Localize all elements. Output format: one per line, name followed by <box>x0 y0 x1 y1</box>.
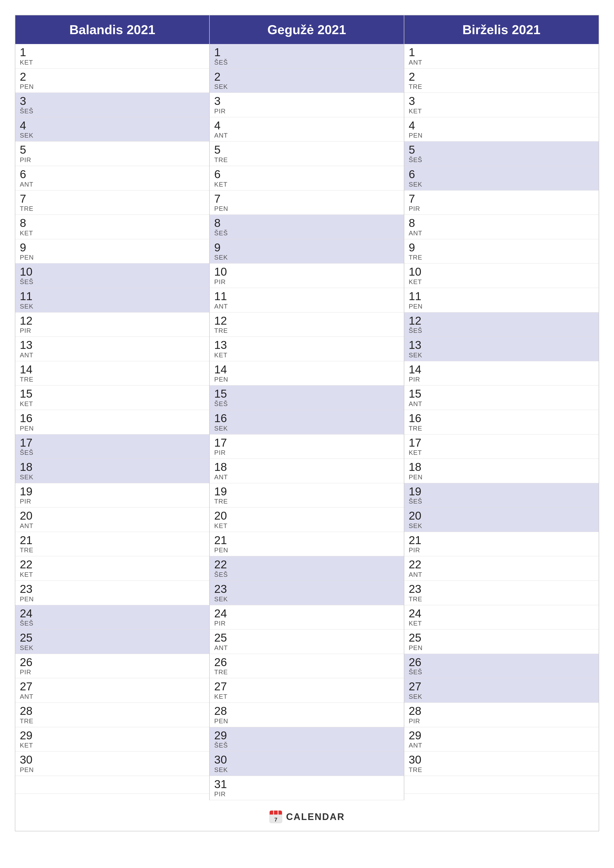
day-cell-m1-d20: 21PEN <box>210 532 404 556</box>
day-name-m1-d23: PIR <box>214 620 399 627</box>
day-num-m2-d18: 19 <box>409 485 594 498</box>
day-name-m0-d0: KET <box>20 59 205 66</box>
day-name-m0-d8: PEN <box>20 254 205 261</box>
day-name-m2-d22: TRE <box>409 595 594 603</box>
calendar-container: Balandis 2021Gegužė 2021Birželis 2021 1K… <box>15 15 599 831</box>
day-cell-m2-d25: 26ŠEŠ <box>404 654 598 679</box>
day-cell-m1-d9: 10PIR <box>210 264 404 288</box>
day-num-m2-d28: 29 <box>409 729 594 742</box>
day-cell-m1-d10: 11ANT <box>210 288 404 313</box>
day-cell-m0-d4: 5PIR <box>16 141 209 166</box>
day-cell-m0-d2: 3ŠEŠ <box>16 93 209 117</box>
day-name-m1-d5: KET <box>214 181 399 188</box>
day-name-m0-d7: KET <box>20 229 205 237</box>
day-name-m1-d3: ANT <box>214 132 399 139</box>
day-cell-m1-d7: 8ŠEŠ <box>210 215 404 239</box>
day-num-m1-d9: 10 <box>214 265 399 278</box>
day-num-m0-d27: 28 <box>20 705 205 717</box>
day-num-m1-d16: 17 <box>214 437 399 449</box>
day-name-m2-d16: KET <box>409 449 594 457</box>
days-grid: 1KET2PEN3ŠEŠ4SEK5PIR6ANT7TRE8KET9PEN10ŠE… <box>16 44 598 800</box>
month-col-0: 1KET2PEN3ŠEŠ4SEK5PIR6ANT7TRE8KET9PEN10ŠE… <box>16 44 210 800</box>
day-num-m2-d11: 12 <box>409 315 594 327</box>
day-name-m1-d12: KET <box>214 351 399 359</box>
day-name-m1-d13: PEN <box>214 376 399 383</box>
day-num-m0-d21: 22 <box>20 558 205 571</box>
day-name-m0-d29: PEN <box>20 766 205 774</box>
day-name-m2-d27: PIR <box>409 717 594 725</box>
day-num-m0-d20: 21 <box>20 534 205 547</box>
day-num-m2-d9: 10 <box>409 265 594 278</box>
day-cell-m2-d1: 2TRE <box>404 68 598 93</box>
day-name-m1-d6: PEN <box>214 205 399 212</box>
day-name-m2-d0: ANT <box>409 59 594 66</box>
day-name-m2-d14: ANT <box>409 400 594 408</box>
day-name-m0-d6: TRE <box>20 205 205 212</box>
day-cell-m0-d3: 4SEK <box>16 117 209 142</box>
day-num-m1-d11: 12 <box>214 315 399 327</box>
day-cell-m2-d26: 27SEK <box>404 678 598 703</box>
day-name-m1-d15: SEK <box>214 425 399 432</box>
day-num-m1-d19: 20 <box>214 510 399 522</box>
day-num-m1-d24: 25 <box>214 631 399 644</box>
day-cell-m1-d0: 1ŠEŠ <box>210 44 404 68</box>
day-name-m0-d11: PIR <box>20 327 205 335</box>
day-cell-m0-d5: 6ANT <box>16 166 209 191</box>
day-name-m1-d28: ŠEŠ <box>214 742 399 749</box>
day-cell-m2-d28: 29ANT <box>404 727 598 752</box>
day-num-m1-d17: 18 <box>214 461 399 473</box>
day-num-m2-d17: 18 <box>409 461 594 473</box>
day-name-m1-d24: ANT <box>214 644 399 652</box>
day-name-m2-d18: ŠEŠ <box>409 498 594 505</box>
day-cell-m0-d21: 22KET <box>16 556 209 581</box>
day-cell-m0-d25: 26PIR <box>16 654 209 679</box>
day-name-m0-d14: KET <box>20 400 205 408</box>
day-cell-m1-d17: 18ANT <box>210 459 404 483</box>
day-name-m2-d7: ANT <box>409 229 594 237</box>
day-num-m0-d7: 8 <box>20 217 205 229</box>
day-name-m0-d4: PIR <box>20 156 205 164</box>
day-num-m2-d8: 9 <box>409 241 594 254</box>
day-cell-m1-d16: 17PIR <box>210 434 404 459</box>
day-name-m2-d25: ŠEŠ <box>409 668 594 676</box>
day-num-m2-d6: 7 <box>409 192 594 205</box>
day-name-m0-d24: SEK <box>20 644 205 652</box>
day-num-m1-d25: 26 <box>214 656 399 668</box>
day-num-m1-d5: 6 <box>214 168 399 181</box>
day-num-m0-d15: 16 <box>20 412 205 425</box>
day-num-m0-d18: 19 <box>20 485 205 498</box>
day-name-m0-d25: PIR <box>20 668 205 676</box>
day-num-m0-d22: 23 <box>20 583 205 595</box>
day-cell-m2-d20: 21PIR <box>404 532 598 556</box>
day-num-m0-d28: 29 <box>20 729 205 742</box>
svg-text:7: 7 <box>274 817 277 823</box>
day-name-m1-d4: TRE <box>214 156 399 164</box>
day-num-m2-d29: 30 <box>409 753 594 766</box>
day-num-m1-d18: 19 <box>214 485 399 498</box>
day-name-m0-d23: ŠEŠ <box>20 620 205 627</box>
day-cell-m2-d9: 10KET <box>404 264 598 288</box>
day-name-m2-d13: PIR <box>409 376 594 383</box>
day-num-m1-d27: 28 <box>214 705 399 717</box>
month-col-1: 1ŠEŠ2SEK3PIR4ANT5TRE6KET7PEN8ŠEŠ9SEK10PI… <box>210 44 404 800</box>
day-name-m2-d24: PEN <box>409 644 594 652</box>
day-cell-m2-d5: 6SEK <box>404 166 598 191</box>
day-num-m0-d9: 10 <box>20 265 205 278</box>
day-cell-m1-d21: 22ŠEŠ <box>210 556 404 581</box>
day-name-m1-d29: SEK <box>214 766 399 774</box>
day-name-m1-d9: PIR <box>214 278 399 286</box>
day-name-m0-d20: TRE <box>20 546 205 554</box>
day-cell-m1-d23: 24PIR <box>210 605 404 630</box>
day-num-m1-d8: 9 <box>214 241 399 254</box>
day-name-m2-d9: KET <box>409 278 594 286</box>
day-num-m1-d2: 3 <box>214 95 399 107</box>
day-name-m2-d3: PEN <box>409 132 594 139</box>
day-num-m0-d16: 17 <box>20 437 205 449</box>
day-num-m1-d13: 14 <box>214 363 399 376</box>
day-cell-m1-d25: 26TRE <box>210 654 404 679</box>
month-headers: Balandis 2021Gegužė 2021Birželis 2021 <box>16 16 598 44</box>
day-cell-m2-d4: 5ŠEŠ <box>404 141 598 166</box>
day-name-m1-d2: PIR <box>214 107 399 115</box>
day-cell-m2-d12: 13SEK <box>404 337 598 361</box>
day-name-m1-d19: KET <box>214 522 399 530</box>
